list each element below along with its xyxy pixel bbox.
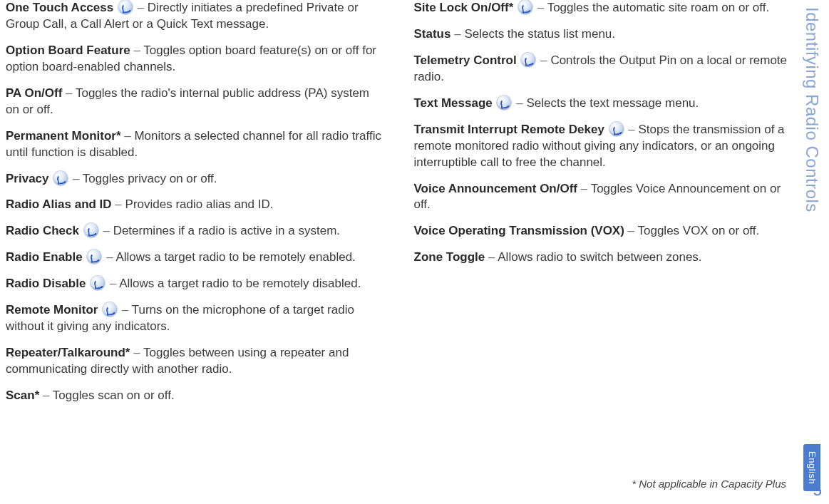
feature-entry: Site Lock On/Off* – Toggles the automati…	[414, 0, 791, 16]
separator-dash: –	[540, 53, 550, 67]
feature-term: Voice Operating Transmission (VOX)	[414, 224, 624, 237]
feature-entry: Transmit Interrupt Remote Dekey – Stops …	[414, 122, 791, 171]
feature-term: Permanent Monitor*	[6, 129, 121, 143]
separator-dash: –	[122, 303, 132, 317]
feature-term: Zone Toggle	[414, 250, 485, 264]
separator-dash: –	[133, 43, 143, 57]
feature-entry: Voice Announcement On/Off – Toggles Voic…	[414, 181, 791, 214]
feature-term: Remote Monitor	[6, 303, 98, 317]
feature-icon	[91, 276, 105, 290]
separator-dash: –	[43, 389, 53, 402]
feature-entry: Scan* – Toggles scan on or off.	[6, 388, 383, 404]
feature-description: Allows radio to switch between zones.	[498, 250, 701, 264]
feature-icon	[87, 250, 101, 264]
feature-term: Voice Announcement On/Off	[414, 182, 578, 195]
feature-term: Repeater/Talkaround*	[6, 346, 130, 359]
feature-icon	[609, 122, 624, 136]
feature-icon	[497, 96, 511, 110]
feature-term: PA On/Off	[6, 86, 62, 100]
feature-entry: Permanent Monitor* – Monitors a selected…	[6, 128, 383, 161]
feature-description: Toggles VOX on or off.	[637, 224, 759, 237]
feature-description: Toggles scan on or off.	[53, 389, 175, 402]
feature-description: Selects the status list menu.	[464, 27, 615, 41]
feature-entry: One Touch Access – Directly initiates a …	[6, 0, 383, 33]
footnote: * Not applicable in Capacity Plus	[632, 477, 786, 491]
feature-description: Allows a target radio to be remotely dis…	[119, 277, 361, 290]
feature-entry: Privacy – Toggles privacy on or off.	[6, 171, 383, 187]
feature-icon	[118, 0, 133, 14]
feature-entry: Text Message – Selects the text message …	[414, 96, 791, 112]
feature-entry: Zone Toggle – Allows radio to switch bet…	[414, 250, 791, 266]
separator-dash: –	[110, 277, 119, 290]
feature-description: Allows a target radio to be remotely ena…	[115, 250, 355, 264]
separator-dash: –	[537, 1, 547, 14]
feature-entry: PA On/Off – Toggles the radio's internal…	[6, 86, 383, 118]
feature-term: Radio Alias and ID	[6, 197, 112, 211]
feature-term: One Touch Access	[6, 1, 113, 14]
feature-term: Radio Enable	[6, 250, 83, 264]
separator-dash: –	[628, 123, 638, 136]
separator-dash: –	[138, 1, 148, 14]
separator-dash: –	[66, 86, 76, 100]
feature-description: Toggles privacy on or off.	[83, 172, 217, 185]
side-tab: Identifying Radio Controls English	[799, 7, 825, 491]
feature-icon	[518, 0, 532, 14]
feature-entry: Radio Check – Determines if a radio is a…	[6, 223, 383, 240]
separator-dash: –	[124, 129, 134, 143]
separator-dash: –	[488, 250, 498, 264]
page-body: One Touch Access – Directly initiates a …	[0, 0, 796, 420]
feature-term: Option Board Feature	[6, 43, 130, 57]
right-column: Site Lock On/Off* – Toggles the automati…	[398, 0, 791, 414]
separator-dash: –	[628, 224, 638, 237]
feature-term: Privacy	[6, 172, 49, 185]
separator-dash: –	[103, 224, 113, 237]
feature-term: Telemetry Control	[414, 53, 517, 67]
feature-icon	[84, 223, 98, 237]
feature-description: Toggles the automatic site roam on or of…	[547, 1, 770, 14]
feature-entry: Option Board Feature – Toggles option bo…	[6, 43, 383, 76]
feature-description: Provides radio alias and ID.	[125, 197, 274, 211]
separator-dash: –	[115, 197, 125, 211]
feature-entry: Radio Enable – Allows a target radio to …	[6, 250, 383, 266]
left-column: One Touch Access – Directly initiates a …	[6, 0, 398, 414]
separator-dash: –	[516, 96, 526, 110]
feature-term: Radio Disable	[6, 277, 86, 290]
feature-term: Scan*	[6, 389, 39, 402]
separator-dash: –	[454, 27, 464, 41]
separator-dash: –	[106, 250, 115, 264]
feature-entry: Radio Alias and ID – Provides radio alia…	[6, 197, 383, 213]
feature-entry: Voice Operating Transmission (VOX) – Tog…	[414, 223, 791, 240]
separator-dash: –	[133, 346, 143, 359]
feature-description: Selects the text message menu.	[526, 96, 699, 110]
feature-term: Transmit Interrupt Remote Dekey	[414, 123, 604, 136]
feature-entry: Repeater/Talkaround* – Toggles between u…	[6, 345, 383, 378]
feature-icon	[521, 53, 535, 67]
feature-term: Text Message	[414, 96, 493, 110]
feature-entry: Remote Monitor – Turns on the microphone…	[6, 302, 383, 335]
page-number: 5	[813, 480, 822, 501]
feature-entry: Telemetry Control – Controls the Output …	[414, 53, 791, 86]
feature-icon	[103, 302, 117, 317]
separator-dash: –	[73, 172, 83, 185]
feature-term: Status	[414, 27, 451, 41]
feature-icon	[53, 171, 68, 185]
feature-entry: Status – Selects the status list menu.	[414, 26, 791, 43]
feature-term: Radio Check	[6, 224, 79, 237]
feature-entry: Radio Disable – Allows a target radio to…	[6, 276, 383, 292]
section-title: Identifying Radio Controls	[800, 7, 823, 212]
feature-description: Determines if a radio is active in a sys…	[113, 224, 340, 237]
separator-dash: –	[581, 182, 591, 195]
feature-term: Site Lock On/Off*	[414, 1, 514, 14]
